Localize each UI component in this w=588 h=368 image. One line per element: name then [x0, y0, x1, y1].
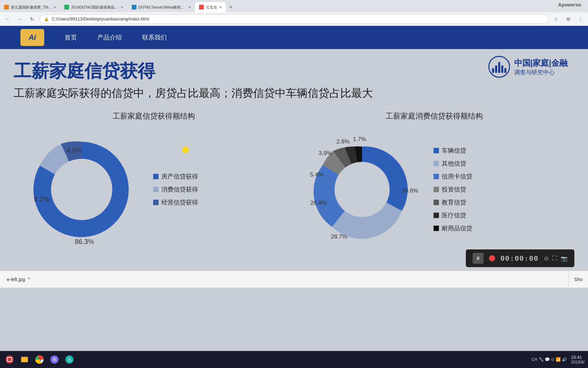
menu-icon[interactable]: ⋮ — [576, 14, 585, 24]
legend1-label-3: 经营信贷获得 — [161, 198, 198, 206]
refresh-button[interactable]: ↻ — [27, 14, 37, 24]
tab-3-close[interactable]: ✕ — [188, 5, 191, 9]
taskbar-files[interactable] — [18, 353, 31, 366]
chart2-pct-4: 5.4% — [310, 171, 323, 178]
tab-1-favicon — [4, 5, 9, 10]
tab-2-label: 2019DOTA2国际邀请赛战队巡... — [71, 5, 119, 10]
chart2-pct-2: 28.7% — [331, 233, 347, 240]
nav-products[interactable]: 产品介绍 — [97, 33, 122, 42]
nav-logo: Ai — [20, 27, 51, 48]
chart1-label-2: 9.2% — [34, 195, 49, 203]
tab-2-close[interactable]: ✕ — [121, 5, 124, 9]
chart2-area: 30.6% 28.7% 26.9% 5.4% 3.9% 2.8% 1.7% 车辆… — [301, 128, 568, 251]
taskbar-right: CH 🔧 💬 ⊙ 📶 🔊 15:41 2019/8/ — [532, 355, 585, 365]
chart1-label-3: 4.5% — [66, 147, 82, 154]
chrome-icon — [35, 355, 44, 364]
legend1-item-1: 房产信贷获得 — [153, 172, 198, 181]
logo-bars — [492, 61, 506, 73]
charts-area: 工薪家庭信贷获得额结构 86.3% 9.2% — [14, 111, 574, 251]
nav-home[interactable]: 首页 — [65, 33, 77, 42]
legend2-item-3: 信用卡信贷 — [434, 172, 472, 181]
company-logo-text: 中国|家庭|金融 调查与研究中心 — [514, 58, 568, 76]
bookmark-icon[interactable]: ☆ — [551, 14, 561, 24]
download-file: e-left.jpg ^ — [7, 277, 30, 282]
chart1-hole — [51, 159, 112, 220]
files-icon — [20, 355, 29, 364]
legend2-label-4: 投资信贷 — [442, 185, 466, 194]
legend1-label-1: 房产信贷获得 — [161, 172, 198, 181]
top-right-logo: 中国|家庭|金融 调查与研究中心 — [488, 56, 568, 78]
chart2-pct-1: 30.6% — [402, 187, 418, 194]
taskbar-chrome[interactable] — [33, 353, 46, 366]
taskbar-app3[interactable]: 图 — [48, 353, 61, 366]
chart2-hole — [334, 162, 390, 217]
legend1-color-3 — [153, 200, 159, 205]
legend2-color-3 — [434, 174, 439, 179]
taskbar: 图 玩 CH 🔧 💬 ⊙ 📶 🔊 15:41 2019/8/ — [0, 351, 588, 368]
legend2-label-5: 教育信贷 — [442, 198, 466, 206]
browser-controls: ← → ↻ 🔒 C:/Users/99113/Desktop/yuanbaoca… — [0, 12, 588, 26]
start-icon — [5, 355, 14, 364]
mouse-cursor — [182, 147, 189, 153]
legend2-color-6 — [434, 213, 439, 218]
extension-icon[interactable]: ⚙ — [564, 14, 573, 24]
tab-4-label: 元宝仓 — [206, 5, 217, 10]
rec-icons: ⊙ ⛶ 📷 — [544, 255, 568, 262]
chart2-svg: 30.6% 28.7% 26.9% 5.4% 3.9% 2.8% 1.7% — [301, 128, 423, 251]
chart1-area: 86.3% 9.2% 4.5% 房产信贷获得 消费信贷获得 — [20, 128, 287, 251]
taskbar-start[interactable] — [3, 353, 16, 366]
legend2-item-1: 车辆信贷 — [434, 147, 472, 155]
bar-2 — [495, 65, 497, 73]
tab-4[interactable]: 元宝仓 ✕ — [195, 2, 226, 12]
rec-fullscreen-icon[interactable]: ⛶ — [552, 255, 557, 262]
chart1-label-1: 86.3% — [75, 238, 94, 245]
clock-date: 2019/8/ — [571, 360, 585, 365]
legend2-label-7: 耐用品信贷 — [442, 224, 472, 232]
nav-contact[interactable]: 联系我们 — [142, 33, 167, 42]
tab-2[interactable]: 2019DOTA2国际邀请赛战队巡... ✕ — [60, 2, 128, 12]
tab-1[interactable]: 第九届国际邀请赛_TI9... ✕ — [0, 2, 60, 12]
download-show-all[interactable]: Sho — [568, 271, 588, 288]
legend2-label-3: 信用卡信贷 — [442, 172, 472, 181]
recording-bar: ⏸ 00:00:00 ⊙ ⛶ 📷 — [466, 249, 574, 267]
new-tab-button[interactable]: + — [226, 2, 235, 12]
legend2-item-7: 耐用品信贷 — [434, 224, 472, 232]
legend2-label-2: 其他信贷 — [442, 159, 466, 168]
company-name: 中国|家庭|金融 — [514, 58, 568, 68]
tab-4-close[interactable]: ✕ — [219, 5, 222, 9]
rec-camera-icon[interactable]: 📷 — [561, 255, 568, 262]
tab-3-favicon — [132, 5, 136, 10]
legend2-label-6: 医疗信贷 — [442, 211, 466, 219]
chart2-legend: 车辆信贷 其他信贷 信用卡信贷 投资信贷 — [434, 147, 472, 232]
sys-tray: CH 🔧 💬 ⊙ 📶 🔊 — [532, 357, 567, 362]
tab-3[interactable]: DOTA2:Secret.Nisha焕然一新... ✕ — [128, 2, 195, 12]
legend2-item-4: 投资信贷 — [434, 185, 472, 194]
main-content: 中国|家庭|金融 调查与研究中心 工薪家庭信贷获得 工薪家庭实际获得的信贷中，房… — [0, 49, 588, 288]
legend1-color-1 — [153, 174, 159, 179]
tray-icons: CH 🔧 💬 ⊙ 📶 🔊 — [532, 357, 567, 362]
nav-bar: Ai 首页 产品介绍 联系我们 — [0, 26, 588, 49]
rec-time: 00:00:00 — [501, 254, 539, 262]
taskbar-app4[interactable]: 玩 — [63, 353, 76, 366]
back-button[interactable]: ← — [3, 14, 12, 24]
tab-bar: 第九届国际邀请赛_TI9... ✕ 2019DOTA2国际邀请赛战队巡... ✕… — [0, 0, 588, 12]
legend2-color-5 — [434, 200, 439, 205]
tab-1-close[interactable]: ✕ — [53, 5, 56, 9]
forward-button[interactable]: → — [15, 14, 24, 24]
rec-pause-button[interactable]: ⏸ — [473, 253, 484, 264]
page-content: Ai 首页 产品介绍 联系我们 中国|家庭|金融 调查与研 — [0, 26, 588, 354]
chart1-legend: 房产信贷获得 消费信贷获得 经营信贷获得 — [153, 172, 198, 206]
tab-2-favicon — [64, 5, 69, 10]
legend2-color-2 — [434, 161, 439, 166]
legend2-color-7 — [434, 226, 439, 231]
legend1-color-2 — [153, 187, 159, 192]
nav-links: 首页 产品介绍 联系我们 — [65, 33, 167, 42]
legend1-label-2: 消费信贷获得 — [161, 185, 198, 194]
rec-settings-icon[interactable]: ⊙ — [544, 255, 549, 262]
svg-text:玩: 玩 — [68, 357, 71, 362]
address-bar[interactable]: 🔒 C:/Users/99113/Desktop/yuanbaocang/ind… — [39, 14, 549, 24]
tab-1-label: 第九届国际邀请赛_TI9... — [11, 5, 51, 10]
logo-text: Ai — [29, 33, 36, 42]
download-chevron[interactable]: ^ — [28, 277, 30, 282]
chart2-title: 工薪家庭消费信贷获得额结构 — [386, 111, 483, 121]
